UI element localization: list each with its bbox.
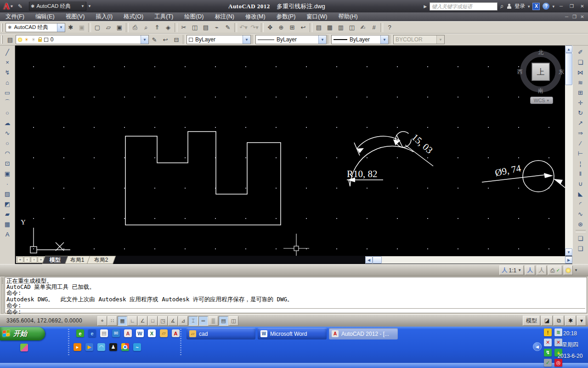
vertical-scrollbar[interactable]: ▲ ▼: [565, 46, 572, 256]
undo-button[interactable]: ↶▾: [238, 23, 249, 33]
tab-prev-button[interactable]: ‹: [24, 257, 30, 263]
array-tool[interactable]: ⊞: [575, 87, 586, 98]
viewcube-south-label[interactable]: 南: [538, 87, 543, 95]
menu-draw[interactable]: 绘图(D): [179, 12, 209, 21]
move-tool[interactable]: ✛: [575, 98, 586, 108]
viewcube-north-label[interactable]: 北: [538, 49, 543, 57]
erase-tool[interactable]: ✐: [575, 47, 586, 57]
designcenter-button[interactable]: ▦: [325, 23, 335, 33]
ql-access-icon[interactable]: A: [124, 329, 132, 337]
tray-security-alert-icon[interactable]: !: [544, 328, 552, 336]
minimize-button[interactable]: ─: [557, 3, 565, 10]
explode-tool[interactable]: ⊛: [575, 219, 586, 229]
save-button[interactable]: ▣: [114, 23, 124, 33]
signin-chevron-icon[interactable]: ▾: [528, 4, 530, 9]
tray-server-ok-icon[interactable]: ✓: [544, 359, 552, 367]
restore-button[interactable]: ❐: [568, 3, 576, 10]
zoom-realtime-button[interactable]: ⊕: [276, 23, 286, 33]
polyline-tool[interactable]: ↯: [2, 67, 13, 77]
redo-button[interactable]: ↷▾: [249, 23, 260, 33]
export-dwf-button[interactable]: ◈: [163, 23, 173, 33]
fillet-tool[interactable]: ◜: [575, 199, 586, 209]
ql-internet-explorer-icon[interactable]: e: [88, 329, 96, 337]
annotation-autoscale-button[interactable]: 人: [537, 265, 547, 275]
menu-modify[interactable]: 修改(M): [240, 12, 271, 21]
ql-chrome-icon[interactable]: [121, 343, 129, 351]
help-icon[interactable]: ?: [543, 3, 549, 10]
doc-close-button[interactable]: ✕: [578, 13, 586, 20]
multiline-text-tool[interactable]: A: [2, 229, 13, 239]
lineweight-select[interactable]: ByLayer ▼: [331, 35, 389, 44]
ql-bluebird-icon[interactable]: ~: [133, 343, 141, 351]
markup-set-manager-button[interactable]: ✍: [358, 23, 368, 33]
cut-button[interactable]: ✂: [179, 23, 189, 33]
tool-palettes-button[interactable]: ▥: [336, 23, 346, 33]
ql-media-player-icon[interactable]: ▶: [85, 343, 93, 351]
menu-tools[interactable]: 工具(T): [149, 12, 179, 21]
annotation-scale-button[interactable]: 人 1:1 ▼: [499, 265, 524, 275]
layer-states-button[interactable]: ⊟: [171, 34, 181, 45]
menu-format[interactable]: 格式(O): [118, 12, 149, 21]
menu-help[interactable]: 帮助(H): [333, 12, 363, 21]
make-block-tool[interactable]: ▣: [2, 168, 13, 178]
scale-tool[interactable]: ↗: [575, 118, 586, 128]
tab-next-button[interactable]: ›: [31, 257, 37, 263]
spline-tool[interactable]: ∿: [2, 128, 13, 138]
status-overflow-icon[interactable]: ▼: [574, 268, 578, 272]
offset-tool[interactable]: ≋: [575, 77, 586, 87]
snap-mode-toggle[interactable]: ∷: [107, 316, 117, 326]
plot-button[interactable]: ⎙: [130, 23, 140, 33]
arc-tool[interactable]: ⌒: [2, 98, 13, 108]
tab-layout2[interactable]: 布局2: [86, 256, 115, 264]
sheet-set-manager-button[interactable]: ◫: [347, 23, 357, 33]
region-tool[interactable]: ▰: [2, 209, 13, 219]
new-button[interactable]: ▢: [92, 23, 102, 33]
command-input-line[interactable]: 命令:: [6, 308, 585, 315]
menu-insert[interactable]: 插入(I): [90, 12, 118, 21]
scroll-left-icon[interactable]: ◀: [365, 256, 373, 264]
zoom-window-button[interactable]: ⊞: [287, 23, 297, 33]
ql-notepad-icon[interactable]: ▤: [100, 329, 108, 337]
drawing-canvas[interactable]: R10, 82 15, 03 Ø9, 74 Y 北 南 西: [15, 46, 565, 256]
construction-line-tool[interactable]: ×: [2, 57, 13, 67]
pan-button[interactable]: ✥: [265, 23, 275, 33]
gradient-tool[interactable]: ◩: [2, 199, 13, 209]
3d-object-snap-toggle[interactable]: ◳: [158, 316, 168, 326]
linetype-select[interactable]: ByLayer ▼: [255, 35, 327, 44]
vertical-scroll-thumb[interactable]: [565, 53, 572, 85]
insert-block-tool[interactable]: ⊡: [2, 158, 13, 168]
paste-button[interactable]: ▤: [201, 23, 211, 33]
command-history[interactable]: 正在重生成模型。AutoCAD 菜单实用工具 已加载。命令:Autodesk D…: [5, 277, 587, 313]
publish-button[interactable]: ⇑: [152, 23, 162, 33]
ql-folder-icon[interactable]: ▱: [160, 329, 168, 337]
desktop-shortcut-icon[interactable]: [20, 344, 28, 351]
copy-button[interactable]: ◫: [190, 23, 200, 33]
search-icon[interactable]: ⌕: [500, 2, 504, 10]
help-button[interactable]: ?: [384, 23, 395, 33]
model-space-button[interactable]: 模型: [523, 316, 540, 326]
plot-status-button[interactable]: ⎙✓: [548, 265, 562, 275]
polygon-tool[interactable]: ⌂: [2, 77, 13, 87]
send-to-back-tool[interactable]: ❑: [575, 243, 586, 253]
search-input[interactable]: [430, 2, 498, 11]
ql-globe-icon[interactable]: ◠: [97, 343, 105, 351]
command-window-grip[interactable]: [1, 277, 4, 314]
transparency-toggle[interactable]: ▒: [209, 316, 218, 326]
tray-360-shield-icon[interactable]: ↯: [544, 349, 552, 356]
quick-properties-toggle[interactable]: ▤: [219, 316, 228, 326]
save-workspace-button[interactable]: ▣: [77, 23, 87, 33]
chamfer-tool[interactable]: ◣: [575, 189, 586, 199]
ql-qq-icon[interactable]: ♟: [109, 343, 117, 351]
tab-first-button[interactable]: «: [17, 257, 23, 263]
scroll-right-icon[interactable]: ▶: [565, 256, 572, 264]
quick-view-layouts-button[interactable]: ◪: [541, 316, 553, 326]
viewcube-top-face[interactable]: 上: [532, 63, 549, 80]
rotate-tool[interactable]: ↻: [575, 108, 586, 118]
status-menu-button[interactable]: ▾: [577, 316, 586, 326]
blend-curves-tool[interactable]: ∿: [575, 209, 586, 219]
table-tool[interactable]: ▦: [2, 219, 13, 229]
dynamic-input-toggle[interactable]: ⌶: [188, 316, 198, 326]
taskbar-cad-folder-button[interactable]: ▱ cad: [187, 328, 255, 339]
zoom-previous-button[interactable]: ↩: [298, 23, 308, 33]
start-button[interactable]: 开始: [0, 327, 45, 340]
